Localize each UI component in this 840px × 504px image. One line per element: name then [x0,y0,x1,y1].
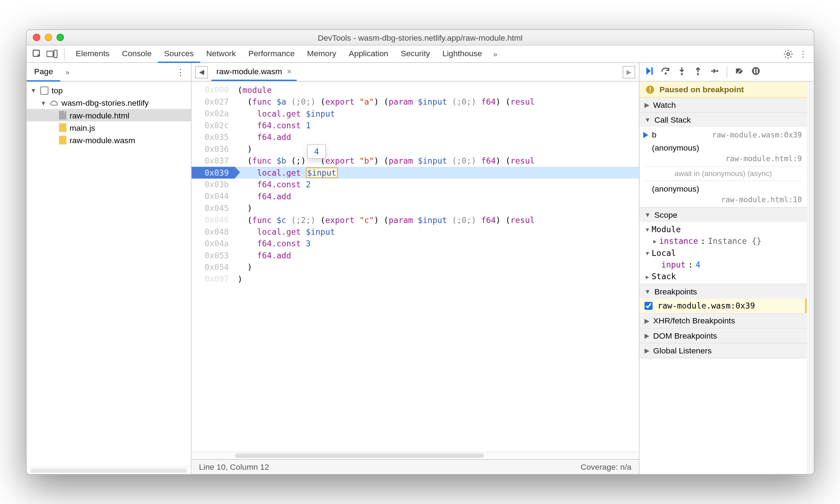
scope-instance[interactable]: ▶instance: Instance {} [639,235,806,247]
tab-application[interactable]: Application [342,45,394,63]
callstack-frame-loc: raw-module.html:9 [639,154,806,165]
svg-point-8 [716,70,718,72]
tree-label: top [51,86,63,95]
tab-security[interactable]: Security [394,45,436,63]
deactivate-breakpoints-button[interactable] [735,66,745,78]
tab-memory[interactable]: Memory [301,45,342,63]
breakpoint-item[interactable]: raw-module.wasm:0x39 [639,299,806,313]
page-kebab-icon[interactable]: ⋮ [170,67,191,77]
close-tab-icon[interactable]: × [287,67,291,76]
code-editor[interactable]: 0x039 0x0000x0270x02a0x02c0x0350x0360x03… [191,82,638,452]
inspect-icon[interactable] [30,49,44,59]
dom-breakpoints-header[interactable]: ▶DOM Breakpoints [639,328,806,342]
callstack-frame-loc: raw-module.html:10 [639,195,806,206]
script-icon [59,123,66,132]
scope-stack[interactable]: ▶Stack [639,271,806,282]
svg-rect-4 [651,67,653,75]
debugger-vertical-scrollbar[interactable] [807,82,813,474]
breakpoint-checkbox[interactable] [644,302,652,310]
scope-local[interactable]: ▼Local [639,247,806,259]
pause-exceptions-button[interactable] [751,66,760,78]
tab-lighthouse[interactable]: Lighthouse [436,45,488,63]
global-listeners-header[interactable]: ▶Global Listeners [639,344,806,358]
callstack-frame[interactable]: (anonymous) [639,141,806,154]
editor-tab[interactable]: raw-module.wasm × [211,63,297,81]
svg-rect-12 [756,69,758,73]
coverage-status: Coverage: n/a [581,462,631,471]
debugger-panel: Paused on breakpoint ▶Watch ▼Call Stack … [639,63,813,474]
svg-point-5 [665,72,667,75]
scope-section-header[interactable]: ▼Scope [639,208,806,222]
callstack-frame[interactable]: (anonymous) [639,182,806,195]
document-icon [59,111,66,119]
window-title: DevTools - wasm-dbg-stories.netlify.app/… [27,33,813,42]
callstack-frame[interactable]: braw-module.wasm:0x39 [639,128,806,141]
page-more-chevron-icon[interactable]: » [60,68,75,76]
svg-point-6 [681,73,683,75]
svg-rect-11 [754,69,755,73]
tree-label: wasm-dbg-stories.netlify [61,98,148,107]
editor-tab-label: raw-module.wasm [216,67,282,76]
tab-performance[interactable]: Performance [242,45,301,63]
watch-section-header[interactable]: ▶Watch [639,98,806,112]
paused-banner: Paused on breakpoint [639,82,806,98]
horizontal-scrollbar[interactable] [27,467,191,474]
tree-label: main.js [69,123,95,132]
frame-icon [40,86,48,95]
step-into-button[interactable] [677,66,687,78]
tree-domain[interactable]: ▼ wasm-dbg-stories.netlify [27,96,191,109]
main-toolbar: ElementsConsoleSourcesNetworkPerformance… [27,46,813,63]
cloud-icon [49,98,58,107]
cursor-position: Line 10, Column 12 [199,462,269,471]
scope-module[interactable]: ▼Module [639,223,806,235]
page-tab[interactable]: Page [27,63,60,82]
step-button[interactable] [709,66,719,78]
step-out-button[interactable] [693,66,703,78]
svg-rect-2 [54,50,57,57]
resume-button[interactable] [644,66,654,78]
device-toggle-icon[interactable] [45,49,59,58]
editor-tabbar: ◀ raw-module.wasm × ▶ [191,63,638,82]
file-tree: ▼ top ▼ wasm-dbg-stories.netlify raw-mod… [27,82,191,467]
svg-point-7 [697,73,699,75]
more-tabs-chevron-icon[interactable]: » [489,49,501,58]
tab-network[interactable]: Network [200,45,242,63]
tree-file-js[interactable]: main.js [27,121,191,134]
tree-label: raw-module.html [69,111,129,120]
script-icon [59,136,66,145]
tab-sources[interactable]: Sources [158,45,200,63]
navigator-toggle-icon[interactable]: ◀ [195,66,208,78]
tree-file-html[interactable]: raw-module.html [27,109,191,121]
await-separator: await in (anonymous) (async) [644,166,801,181]
editor-statusbar: Line 10, Column 12 Coverage: n/a [191,459,638,474]
svg-point-10 [752,67,759,75]
titlebar: DevTools - wasm-dbg-stories.netlify.app/… [27,30,813,46]
settings-gear-icon[interactable] [781,49,795,59]
tree-file-wasm[interactable]: raw-module.wasm [27,134,191,146]
debugger-toggle-icon[interactable]: ▶ [623,66,635,78]
kebab-menu-icon[interactable]: ⋮ [796,49,810,58]
step-over-button[interactable] [660,66,670,78]
callstack-section-header[interactable]: ▼Call Stack [639,113,806,127]
tree-label: raw-module.wasm [69,135,135,145]
devtools-window: DevTools - wasm-dbg-stories.netlify.app/… [26,29,814,475]
breakpoints-section-header[interactable]: ▼Breakpoints [639,285,806,299]
page-navigator: Page » ⋮ ▼ top ▼ wasm-dbg-stories.netlif… [27,63,191,474]
tab-console[interactable]: Console [116,45,158,63]
svg-rect-1 [47,51,53,57]
xhr-breakpoints-header[interactable]: ▶XHR/fetch Breakpoints [639,313,806,328]
debugger-toolbar [639,63,813,82]
code-content: (module (func $a (;0;) (export "a") (par… [235,82,638,288]
tree-frame-top[interactable]: ▼ top [27,84,191,96]
tab-elements[interactable]: Elements [69,45,116,63]
value-tooltip: 4 [307,145,326,159]
editor-gutter[interactable]: 0x0000x0270x02a0x02c0x0350x0360x0370x03b… [191,82,235,452]
editor-horizontal-scrollbar[interactable] [191,452,638,459]
scope-input-var[interactable]: input: 4 [639,259,806,270]
svg-point-3 [787,53,789,55]
